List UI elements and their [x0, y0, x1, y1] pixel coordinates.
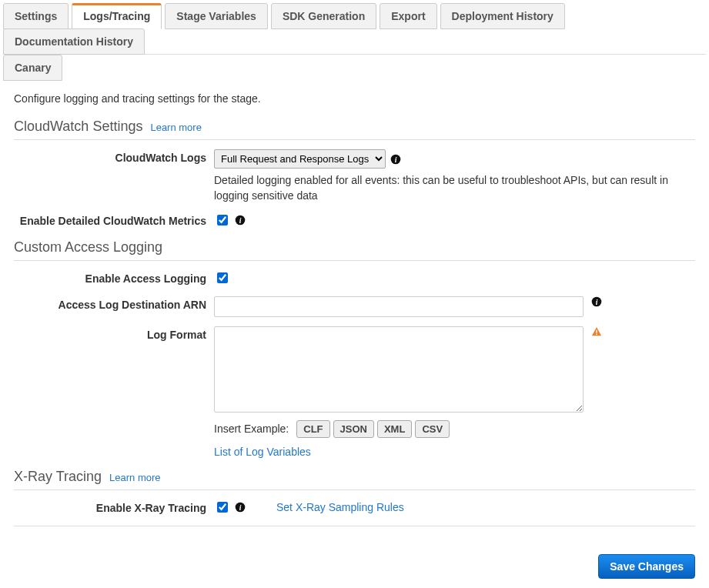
example-xml-button[interactable]: XML	[377, 420, 412, 438]
tab-sdk-generation[interactable]: SDK Generation	[271, 3, 376, 29]
tab-documentation-history[interactable]: Documentation History	[3, 28, 145, 55]
tab-bar-row2: Canary	[3, 55, 706, 80]
tab-stage-variables[interactable]: Stage Variables	[165, 3, 268, 29]
svg-rect-7	[596, 334, 597, 335]
example-button-group: CLF JSON XML CSV	[296, 420, 450, 438]
enable-access-logging-label: Enable Access Logging	[14, 270, 214, 287]
section-access-logging: Custom Access Logging	[14, 239, 695, 261]
tab-settings[interactable]: Settings	[3, 3, 69, 29]
svg-text:i: i	[239, 216, 242, 225]
section-xray-title: X-Ray Tracing	[14, 469, 102, 485]
access-log-arn-label: Access Log Destination ARN	[14, 296, 214, 313]
tab-export[interactable]: Export	[380, 3, 436, 29]
cloudwatch-learn-more-link[interactable]: Learn more	[150, 122, 201, 133]
section-access-logging-title: Custom Access Logging	[14, 239, 162, 256]
tab-logs-tracing[interactable]: Logs/Tracing	[72, 3, 162, 29]
tab-deployment-history[interactable]: Deployment History	[440, 3, 565, 29]
info-icon[interactable]: i	[235, 215, 246, 226]
cloudwatch-metrics-checkbox[interactable]	[217, 215, 228, 226]
example-json-button[interactable]: JSON	[333, 420, 374, 438]
log-format-textarea[interactable]	[214, 326, 584, 413]
section-cloudwatch-title: CloudWatch Settings	[14, 119, 142, 135]
enable-xray-checkbox[interactable]	[217, 502, 228, 513]
svg-text:i: i	[596, 297, 598, 306]
info-icon[interactable]: i	[235, 502, 246, 513]
xray-sampling-rules-link[interactable]: Set X-Ray Sampling Rules	[276, 501, 404, 513]
cloudwatch-logs-select[interactable]: OffErrors OnlyFull Request and Response …	[214, 149, 386, 169]
section-cloudwatch: CloudWatch Settings Learn more	[14, 119, 695, 140]
xray-learn-more-link[interactable]: Learn more	[109, 472, 160, 483]
section-xray: X-Ray Tracing Learn more	[14, 469, 695, 490]
example-clf-button[interactable]: CLF	[296, 420, 329, 438]
svg-rect-6	[596, 330, 597, 333]
log-variables-link[interactable]: List of Log Variables	[214, 446, 311, 458]
warning-icon[interactable]	[591, 326, 602, 337]
tab-bar: Settings Logs/Tracing Stage Variables SD…	[3, 3, 706, 55]
divider	[14, 526, 695, 526]
svg-text:i: i	[395, 155, 397, 163]
save-changes-button[interactable]: Save Changes	[598, 554, 695, 579]
svg-text:i: i	[239, 503, 242, 511]
enable-xray-label: Enable X-Ray Tracing	[14, 499, 214, 516]
log-format-label: Log Format	[14, 326, 214, 343]
cloudwatch-logs-label: CloudWatch Logs	[14, 149, 214, 166]
cloudwatch-metrics-label: Enable Detailed CloudWatch Metrics	[14, 212, 214, 229]
info-icon[interactable]: i	[390, 154, 401, 165]
tab-canary[interactable]: Canary	[3, 55, 62, 81]
info-icon[interactable]: i	[591, 296, 602, 307]
page-description: Configure logging and tracing settings f…	[14, 92, 695, 105]
example-csv-button[interactable]: CSV	[415, 420, 450, 438]
access-log-arn-input[interactable]	[214, 296, 584, 317]
insert-example-label: Insert Example:	[214, 423, 289, 435]
cloudwatch-logs-helper: Detailed logging enabled for all events:…	[214, 173, 676, 203]
enable-access-logging-checkbox[interactable]	[217, 272, 228, 283]
